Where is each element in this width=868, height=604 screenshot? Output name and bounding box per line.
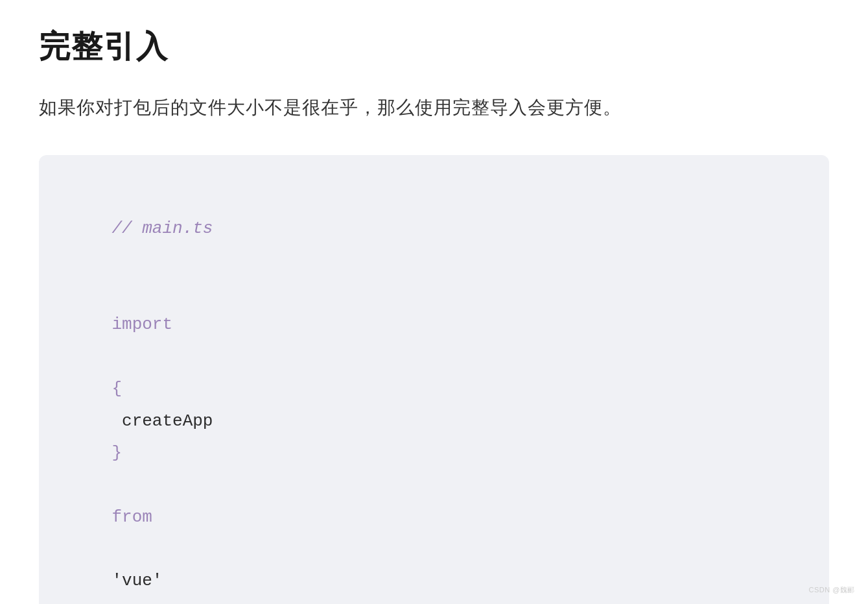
brace-open-1: { [111, 379, 122, 398]
space-1 [111, 347, 122, 367]
keyword-import-1: import [111, 315, 172, 334]
from-1: from [111, 507, 152, 527]
code-comment: // main.ts [71, 181, 797, 277]
id-createapp: createApp [111, 411, 223, 431]
page-title: 完整引入 [39, 26, 829, 67]
space-3 [111, 539, 122, 559]
string-vue: 'vue' [111, 571, 162, 590]
code-block: // main.ts import { createApp } from 'vu… [39, 155, 829, 604]
subtitle: 如果你对打包后的文件大小不是很在乎，那么使用完整导入会更方便。 [39, 93, 829, 123]
code-line-1: import { createApp } from 'vue' [71, 277, 797, 604]
space-2 [111, 475, 122, 494]
watermark: CSDN @魏郦 [809, 585, 855, 595]
brace-close-1: } [111, 443, 122, 463]
comment-text: // main.ts [111, 219, 213, 238]
